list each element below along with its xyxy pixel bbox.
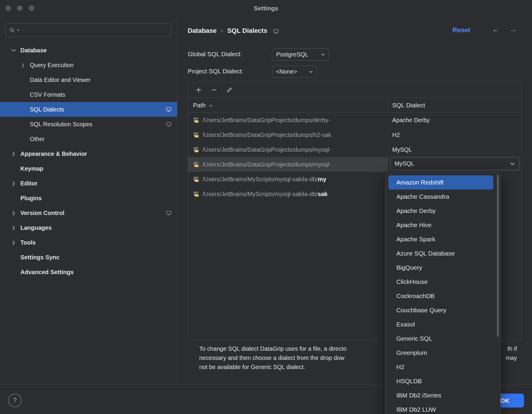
dialect-column-header[interactable]: SQL Dialect	[388, 102, 425, 109]
table-toolbar	[188, 82, 521, 98]
chevron-right-icon[interactable]: ❯	[12, 146, 15, 161]
sidebar-item-label: Data Editor and Viewer	[30, 77, 90, 83]
sidebar-item-csv-formats[interactable]: CSV Formats	[0, 87, 177, 102]
sidebar-item-sql-resolution-scopes[interactable]: SQL Resolution Scopes	[0, 117, 177, 132]
path-cell: SQL /Users/JetBrains/DataGripProjects/du…	[188, 127, 388, 142]
breadcrumb: Database › SQL Dialects	[188, 25, 279, 36]
search-history-chevron-icon[interactable]	[17, 29, 20, 31]
table-row[interactable]: SQL /Users/JetBrains/DataGripProjects/du…	[188, 127, 521, 142]
sql-file-icon: SQL	[193, 191, 199, 197]
dropdown-item[interactable]: Apache Cassandra	[388, 190, 493, 204]
sql-file-icon: SQL	[193, 161, 199, 167]
dropdown-item[interactable]: IBM Db2 LUW	[388, 402, 493, 414]
sidebar-item-query-execution[interactable]: ❯ Query Execution	[0, 58, 177, 72]
remove-button[interactable]	[210, 86, 218, 93]
sidebar-item-languages[interactable]: ❯ Languages	[0, 220, 177, 235]
dialect-dropdown-popup: Amazon Redshift Apache Cassandra Apache …	[385, 172, 501, 414]
help-button[interactable]: ?	[8, 394, 22, 407]
monitor-icon	[166, 121, 172, 127]
sidebar-item-advanced-settings[interactable]: Advanced Settings	[0, 265, 177, 279]
dropdown-item[interactable]: BigQuery	[388, 261, 493, 275]
sidebar: ❯ Database ❯ Query Execution Data Editor…	[0, 16, 177, 384]
dropdown-item[interactable]: Generic SQL	[388, 331, 493, 346]
sidebar-item-sql-dialects[interactable]: SQL Dialects	[0, 102, 177, 117]
sidebar-item-other[interactable]: Other	[0, 132, 177, 146]
settings-window: Settings ❯ Database ❯ Query Execution Da…	[0, 0, 532, 414]
dialect-combobox[interactable]: MySQL	[390, 157, 519, 170]
dropdown-item[interactable]: H2	[388, 360, 493, 374]
monitor-icon	[166, 106, 172, 112]
project-sql-dialect-value: <None>	[276, 68, 297, 75]
search-input[interactable]	[22, 27, 168, 34]
global-sql-dialect-value: PostgreSQL	[276, 51, 308, 58]
sidebar-item-database[interactable]: ❯ Database	[0, 43, 177, 58]
dropdown-item[interactable]: Apache Derby	[388, 204, 493, 218]
dialect-combobox-value: MySQL	[395, 160, 414, 167]
dropdown-scrollbar[interactable]	[497, 175, 499, 337]
add-button[interactable]	[195, 86, 202, 93]
search-icon	[9, 27, 15, 33]
global-sql-dialect-select[interactable]: PostgreSQL	[272, 48, 329, 61]
chevron-right-icon[interactable]: ❯	[12, 176, 15, 191]
chevron-down-icon	[321, 53, 325, 56]
svg-text:SQL: SQL	[194, 165, 198, 167]
sidebar-item-editor[interactable]: ❯ Editor	[0, 176, 177, 191]
sidebar-item-label: Languages	[20, 224, 52, 231]
dropdown-item[interactable]: HSQLDB	[388, 374, 493, 388]
dropdown-item[interactable]: Apache Hive	[388, 218, 493, 232]
global-sql-dialect-label: Global SQL Dialect:	[188, 51, 242, 58]
dropdown-item[interactable]: Amazon Redshift	[388, 175, 493, 190]
dropdown-item[interactable]: Couchbase Query	[388, 303, 493, 317]
sidebar-item-label: Advanced Settings	[20, 269, 74, 276]
forward-arrow-icon[interactable]: →	[509, 25, 517, 34]
sidebar-item-label: Appearance & Behavior	[20, 151, 87, 157]
chevron-right-icon[interactable]: ❯	[12, 206, 15, 220]
chevron-right-icon[interactable]: ❯	[12, 220, 15, 235]
table-header: Path SQL Dialect	[188, 98, 521, 113]
edit-button[interactable]	[226, 86, 233, 93]
breadcrumb-database[interactable]: Database	[188, 27, 217, 35]
sidebar-item-keymap[interactable]: Keymap	[0, 161, 177, 176]
chevron-down-icon[interactable]: ❯	[6, 48, 21, 52]
dropdown-item[interactable]: CockroachDB	[388, 289, 493, 303]
dropdown-item[interactable]: IBM Db2 iSeries	[388, 388, 493, 402]
project-sql-dialect-select[interactable]: <None>	[272, 66, 317, 78]
sidebar-item-label: Editor	[20, 180, 38, 187]
sql-file-icon: SQL	[193, 117, 199, 123]
sidebar-item-settings-sync[interactable]: Settings Sync	[0, 250, 177, 265]
sidebar-item-label: Version Control	[20, 210, 64, 216]
breadcrumb-separator-icon: ›	[220, 27, 224, 35]
sidebar-item-label: Settings Sync	[20, 254, 59, 261]
sidebar-item-label: Keymap	[20, 165, 43, 172]
svg-text:SQL: SQL	[194, 194, 198, 197]
sidebar-item-version-control[interactable]: ❯ Version Control	[0, 206, 177, 220]
table-row[interactable]: SQL /Users/JetBrains/DataGripProjects/du…	[188, 113, 521, 127]
reset-link[interactable]: Reset	[452, 26, 470, 34]
sql-file-icon: SQL	[193, 147, 199, 153]
path-column-header[interactable]: Path	[188, 102, 388, 109]
dropdown-item[interactable]: Apache Spark	[388, 232, 493, 246]
sidebar-item-tools[interactable]: ❯ Tools	[0, 235, 177, 250]
titlebar: Settings	[0, 0, 532, 16]
sidebar-item-label: SQL Dialects	[30, 106, 64, 113]
sidebar-item-plugins[interactable]: Plugins	[0, 191, 177, 206]
svg-text:SQL: SQL	[194, 179, 198, 182]
svg-text:SQL: SQL	[194, 135, 198, 138]
dropdown-item[interactable]: Azure SQL Database	[388, 246, 493, 261]
dropdown-item[interactable]: Exasol	[388, 317, 493, 331]
dropdown-item[interactable]: ClickHouse	[388, 275, 493, 289]
table-row[interactable]: SQL /Users/JetBrains/DataGripProjects/du…	[188, 142, 521, 157]
chevron-right-icon[interactable]: ❯	[12, 235, 15, 250]
sidebar-item-label: SQL Resolution Scopes	[30, 121, 93, 128]
dialect-cell: MySQL	[388, 146, 412, 153]
sql-file-icon: SQL	[193, 132, 199, 138]
sidebar-item-label: Plugins	[20, 195, 42, 202]
settings-search-box[interactable]	[5, 23, 171, 37]
sidebar-item-data-editor-and-viewer[interactable]: Data Editor and Viewer	[0, 72, 177, 87]
sidebar-item-appearance-behavior[interactable]: ❯ Appearance & Behavior	[0, 146, 177, 161]
back-arrow-icon[interactable]: ←	[492, 25, 500, 34]
sql-file-icon: SQL	[193, 176, 199, 182]
chevron-right-icon[interactable]: ❯	[21, 58, 25, 72]
path-cell: SQL /Users/JetBrains/DataGripProjects/du…	[188, 142, 388, 157]
dropdown-item[interactable]: Greenplum	[388, 346, 493, 360]
